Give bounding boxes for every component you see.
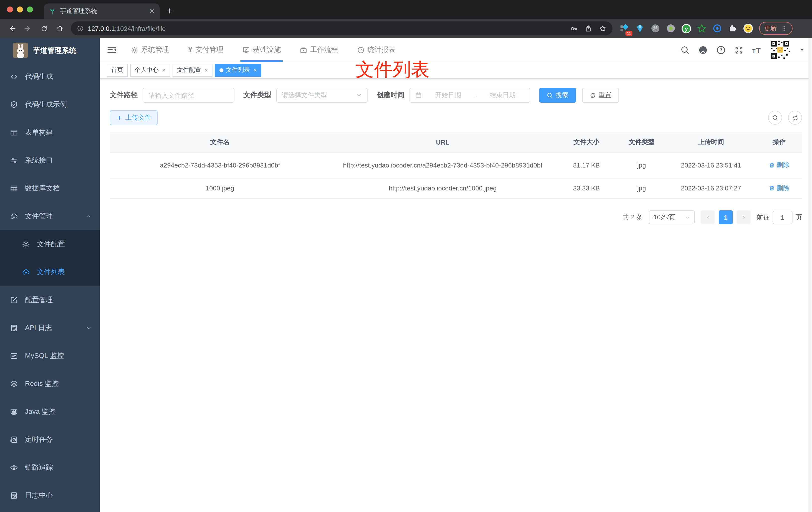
file-type-select[interactable]: 请选择文件类型 xyxy=(276,88,368,103)
browser-tab[interactable]: 芋道管理系统 ✕ xyxy=(44,3,160,19)
extension-star-icon[interactable] xyxy=(697,24,707,33)
upload-file-button[interactable]: 上传文件 xyxy=(110,110,157,125)
sidebar-toggle-button[interactable] xyxy=(107,44,118,55)
new-tab-button[interactable] xyxy=(163,4,177,18)
sidebar-item-trace[interactable]: 链路追踪 xyxy=(0,454,100,482)
col-header-name: 文件名 xyxy=(110,132,330,152)
sidebar-item-api-log[interactable]: API 日志 xyxy=(0,314,100,342)
sliders-icon xyxy=(10,156,18,164)
delete-button[interactable]: 删除 xyxy=(768,184,789,193)
address-bar[interactable]: 127.0.0.1:1024/infra/file/file xyxy=(71,22,612,35)
sidebar-item-codegen[interactable]: 代码生成 xyxy=(0,63,100,91)
extension-y-icon[interactable]: y xyxy=(681,24,691,33)
back-button[interactable] xyxy=(5,22,19,35)
extension-emoji-icon[interactable] xyxy=(743,24,753,33)
tab-title: 芋道管理系统 xyxy=(60,7,145,16)
file-path-field xyxy=(143,88,234,103)
extension-pinned-icon[interactable]: 11 xyxy=(619,24,630,33)
share-icon[interactable] xyxy=(585,25,592,32)
scrollbar-gutter[interactable] xyxy=(809,38,812,512)
refresh-table-button[interactable] xyxy=(788,111,802,125)
fullscreen-icon[interactable] xyxy=(734,45,744,55)
start-date-placeholder[interactable]: 开始日期 xyxy=(426,91,470,100)
sidebar-item-db-doc[interactable]: 数据库文档 xyxy=(0,175,100,203)
delete-button[interactable]: 删除 xyxy=(768,160,789,170)
top-nav: 系统管理 ¥ 支付管理 基础设施 工作流程 xyxy=(131,38,396,62)
gear-icon xyxy=(22,240,30,248)
tag-close-icon[interactable]: × xyxy=(162,66,166,73)
bookmark-star-icon[interactable] xyxy=(599,25,607,32)
search-button[interactable]: 搜索 xyxy=(539,88,576,103)
extension-gray-dot-icon[interactable] xyxy=(666,24,676,33)
avatar[interactable] xyxy=(770,39,790,60)
col-header-size: 文件大小 xyxy=(555,132,618,152)
nav-report[interactable]: 统计报表 xyxy=(357,38,396,62)
reload-button[interactable] xyxy=(37,22,51,35)
tag-close-icon[interactable]: × xyxy=(253,66,257,73)
current-page-button[interactable]: 1 xyxy=(719,210,733,224)
nav-system-manage[interactable]: 系统管理 xyxy=(131,38,169,62)
nav-payment-manage[interactable]: ¥ 支付管理 xyxy=(188,38,224,62)
cell-file-size: 33.33 KB xyxy=(555,179,618,198)
goto-page-input[interactable] xyxy=(773,211,792,224)
browser-update-button[interactable]: 更新 xyxy=(759,22,792,35)
sidebar-item-mysql-monitor[interactable]: MySQL 监控 xyxy=(0,342,100,370)
search-icon[interactable] xyxy=(680,45,690,55)
close-window-button[interactable] xyxy=(7,6,13,12)
next-page-button[interactable] xyxy=(737,210,751,224)
github-icon[interactable] xyxy=(698,45,708,55)
sidebar-item-codegen-demo[interactable]: 代码生成示例 xyxy=(0,91,100,119)
extension-command-icon[interactable]: ⌘ xyxy=(650,24,660,33)
sidebar-item-java-monitor[interactable]: Java 监控 xyxy=(0,398,100,426)
file-path-input[interactable] xyxy=(143,88,234,102)
sidebar-item-file-manage[interactable]: 文件管理 xyxy=(0,203,100,230)
browser-menu-icon[interactable] xyxy=(781,25,788,32)
end-date-placeholder[interactable]: 结束日期 xyxy=(480,91,525,100)
reset-button[interactable]: 重置 xyxy=(582,88,619,103)
favicon-plant-icon xyxy=(49,8,56,15)
sidebar-item-file-config[interactable]: 文件配置 xyxy=(0,230,100,258)
forward-button[interactable] xyxy=(21,22,35,35)
nav-infrastructure[interactable]: 基础设施 xyxy=(242,38,281,62)
chart-icon xyxy=(10,352,18,360)
sidebar-item-log-center[interactable]: 日志中心 xyxy=(0,482,100,510)
sidebar-item-config-manage[interactable]: 配置管理 xyxy=(0,286,100,314)
help-icon[interactable] xyxy=(716,45,726,55)
cell-file-url: http://test.yudao.iocoder.cn/1000.jpeg xyxy=(330,179,555,198)
site-info-icon[interactable] xyxy=(77,25,84,32)
sidebar-item-form-builder[interactable]: 表单构建 xyxy=(0,119,100,147)
prev-page-button[interactable] xyxy=(701,210,715,224)
yen-icon: ¥ xyxy=(188,46,193,54)
minimize-window-button[interactable] xyxy=(17,6,23,12)
table-header-row: 文件名 URL 文件大小 文件类型 上传时间 操作 xyxy=(110,132,802,153)
home-button[interactable] xyxy=(53,22,67,35)
tag-profile[interactable]: 个人中心 × xyxy=(130,64,170,77)
tag-home[interactable]: 首页 xyxy=(107,64,128,77)
extension-puzzle-icon[interactable] xyxy=(728,24,738,33)
zoom-window-button[interactable] xyxy=(27,6,33,12)
sidebar-item-file-list[interactable]: 文件列表 xyxy=(0,258,100,286)
sidebar-logo[interactable]: 芋道管理系统 xyxy=(0,38,100,63)
extension-eye-icon[interactable] xyxy=(712,24,722,33)
infra-icon xyxy=(242,46,250,54)
tag-file-config[interactable]: 文件配置 × xyxy=(173,64,212,77)
tab-close-icon[interactable]: ✕ xyxy=(149,7,155,15)
font-size-icon[interactable]: TT xyxy=(752,46,761,54)
page-size-select[interactable]: 10条/页 xyxy=(649,210,695,224)
refresh-icon xyxy=(589,92,596,98)
password-key-icon[interactable] xyxy=(570,25,578,32)
sidebar-item-redis-monitor[interactable]: Redis 监控 xyxy=(0,370,100,398)
date-range-picker[interactable]: 开始日期 - 结束日期 xyxy=(409,88,530,103)
sidebar-item-system-api[interactable]: 系统接口 xyxy=(0,147,100,175)
caret-down-icon[interactable] xyxy=(799,47,805,53)
svg-text:y: y xyxy=(685,26,688,31)
layers-icon xyxy=(10,380,18,388)
monitor-icon xyxy=(10,408,18,416)
sidebar-item-cron-job[interactable]: 定时任务 xyxy=(0,426,100,454)
toggle-search-button[interactable] xyxy=(768,111,782,125)
tag-close-icon[interactable]: × xyxy=(204,66,208,73)
form-icon xyxy=(10,129,18,137)
tag-file-list[interactable]: 文件列表 × xyxy=(215,64,261,77)
extension-gem-icon[interactable] xyxy=(635,24,645,33)
nav-workflow[interactable]: 工作流程 xyxy=(300,38,338,62)
